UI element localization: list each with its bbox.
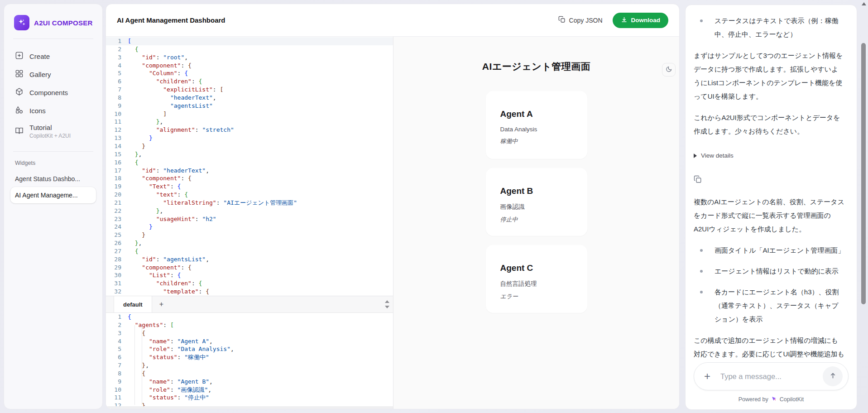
line-number: 10 [106,110,128,118]
line-number: 2 [106,45,128,53]
scroll-up-icon[interactable] [385,300,389,303]
horizontal-scrollbar[interactable] [106,406,393,409]
attach-plus-button[interactable]: + [704,370,717,383]
view-details-toggle[interactable]: View details [694,149,845,163]
agent-card: Agent C自然言語処理エラー [486,245,587,313]
code-text: { [128,247,138,255]
bullet-dot-icon [700,291,703,293]
chat-bullet-list: ステータスはテキストで表示（例：稼働中、停止中、エラーなど） [694,14,845,41]
chat-messages: ステータスはテキストで表示（例：稼働中、停止中、エラーなど）まずはサンプルとして… [686,5,857,359]
code-text: { [128,45,138,53]
triangle-right-icon [694,154,697,158]
agent-name: Agent B [500,186,573,196]
line-number: 25 [106,231,128,239]
agent-status: 稼働中 [500,137,573,145]
code-line: 16 { [106,158,393,167]
line-number: 15 [106,150,128,158]
chat-bullet-item: 画面タイトル「AIエージェント管理画面」 [694,244,845,257]
scroll-down-icon[interactable] [385,306,389,308]
line-number: 24 [106,223,128,231]
code-text: } [128,223,153,231]
chat-bullet-item: エージェント情報はリストで動的に表示 [694,264,845,278]
download-button[interactable]: Download [613,13,669,28]
code-line: 21 "literalString": "AIエージェント管理画面" [106,199,393,207]
scrollbar-up-arrow-icon[interactable] [862,2,866,5]
code-text: "name": "Agent B", [128,378,213,386]
chat-paragraph: まずはサンプルとして3つのエージェント情報をデータに持つ形で作成します。拡張しや… [694,49,845,103]
code-text: } [128,142,145,150]
chat-paragraph: この構成で追加のエージェント情報の増減にも対応できます。必要に応じてUI調整や機… [694,334,845,359]
plus-square-icon [15,51,24,61]
tab-default[interactable]: default [114,296,152,312]
sidebar-item-sublabel: CopilotKit + A2UI [29,133,71,139]
code-line: 7 }, [106,361,393,370]
add-tab-button[interactable]: + [152,296,171,312]
code-line: 9 "name": "Agent B", [106,378,393,386]
code-text: { [128,329,145,337]
send-button[interactable] [823,366,843,386]
sidebar-item-label: Create [29,53,50,60]
powered-by-footer[interactable]: Powered by CopilotKit [686,390,857,409]
component-json-editor[interactable]: 1[2 {3 "id": "root",4 "component": {5 "C… [106,37,393,296]
code-line: 30 "List": { [106,271,393,279]
agent-role: 画像認識 [500,203,573,211]
code-text: "text": { [128,191,188,199]
copy-message-button[interactable] [694,174,703,183]
line-number: 22 [106,207,128,215]
line-number: 29 [106,264,128,272]
line-number: 6 [106,353,128,361]
message-input[interactable] [720,372,823,381]
agent-status: 停止中 [500,216,573,224]
widget-item[interactable]: AI Agent Manageme... [10,187,96,203]
code-line: 1[ [106,37,393,45]
bullet-dot-icon [700,270,703,273]
sidebar-item-gallery[interactable]: Gallery [10,65,96,83]
code-line: 2 { [106,45,393,53]
agent-name: Agent A [500,109,573,119]
code-text: "Text": { [128,182,181,191]
line-number: 8 [106,370,128,378]
dark-mode-toggle[interactable] [662,63,676,77]
agent-status: エラー [500,293,573,301]
code-line: 19 "Text": { [106,182,393,191]
app-logo[interactable]: A2UI COMPOSER [10,14,96,30]
line-number: 1 [106,37,128,45]
line-number: 21 [106,199,128,207]
sidebar-item-label: Icons [29,107,46,115]
code-text: "component": { [128,62,192,70]
sidebar-item-create[interactable]: Create [10,47,96,65]
code-text: { [128,370,145,378]
code-text: { [128,158,138,167]
line-number: 7 [106,86,128,94]
preview-heading: AIエージェント管理画面 [393,60,679,73]
code-editor-column: 1[2 {3 "id": "root",4 "component": {5 "C… [106,37,393,409]
sidebar-item-icons[interactable]: Icons [10,101,96,120]
line-number: 6 [106,77,128,86]
code-line: 6 "status": "稼働中" [106,353,393,361]
sidebar-item-tutorial[interactable]: TutorialCopilotKit + A2UI [10,120,96,143]
code-text: "children": { [128,279,202,288]
sidebar-item-components[interactable]: Components [10,83,96,101]
code-text: "List": { [128,271,181,279]
page-scrollbar[interactable] [860,0,868,413]
code-text: }, [128,361,149,370]
data-json-editor[interactable]: 1{2 "agents": [3 {4 "name": "Agent A",5 … [106,313,393,409]
code-text: "alignment": "stretch" [128,126,234,134]
page-title: AI Agent Management Dashboard [117,16,225,24]
code-line: 25 } [106,231,393,239]
code-text: "template": { [128,288,209,296]
code-line: 31 "children": { [106,279,393,288]
line-number: 27 [106,247,128,255]
code-line: 13 } [106,134,393,142]
widget-item[interactable]: Agent Status Dashbo... [10,171,96,187]
code-text: "role": "Data Analysis", [128,345,234,353]
scrollbar-thumb[interactable] [861,43,866,304]
code-line: 9 "agentsList" [106,102,393,110]
code-line: 28 "id": "agentsList", [106,255,393,264]
chat-input-bar: + [686,359,857,390]
line-number: 14 [106,142,128,150]
code-text: "status": "停止中" [128,394,209,402]
copy-json-button[interactable]: Copy JSON [558,16,603,24]
code-line: 4 "name": "Agent A", [106,337,393,346]
bullet-dot-icon [700,19,703,22]
